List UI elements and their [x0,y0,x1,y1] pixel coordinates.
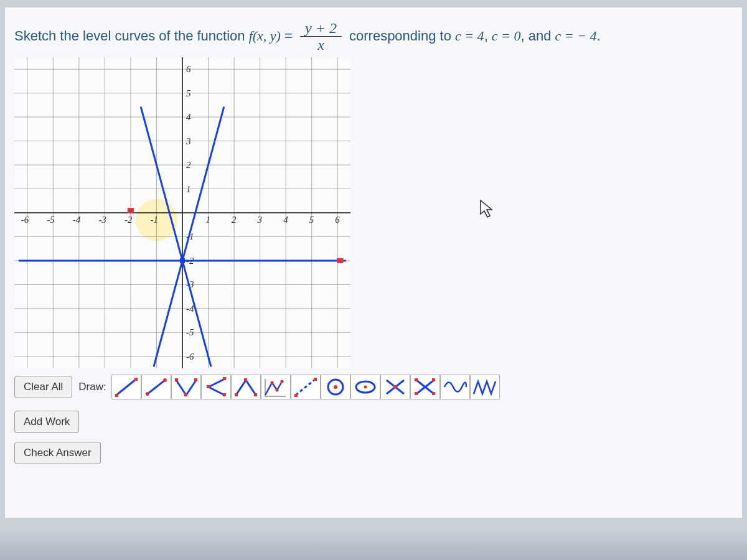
svg-rect-78 [314,378,317,381]
coordinate-grid[interactable]: -6-5-4-3-2-1123456-6-5-4-3-2-1123456 [14,57,350,368]
tool-x-mark[interactable] [380,375,410,399]
svg-point-80 [334,385,337,389]
draw-toolbar: Clear All Draw: [14,375,733,399]
svg-text:1: 1 [206,215,211,225]
clear-all-button[interactable]: Clear All [14,376,72,398]
svg-text:2: 2 [186,160,191,170]
svg-point-74 [275,388,278,391]
svg-rect-65 [223,377,226,380]
svg-text:6: 6 [335,215,340,225]
svg-rect-70 [254,393,257,396]
svg-rect-57 [115,394,118,397]
tool-line-segment[interactable] [141,375,171,399]
svg-rect-69 [244,378,247,381]
svg-rect-91 [432,392,435,395]
svg-text:-3: -3 [98,215,106,225]
tool-x-box[interactable] [410,375,440,399]
svg-rect-63 [184,393,187,396]
tool-open-down[interactable] [231,375,261,399]
svg-rect-53 [180,258,185,263]
svg-text:5: 5 [186,88,191,98]
svg-line-59 [148,380,165,394]
svg-rect-88 [415,378,418,381]
tool-circle-dot[interactable] [321,375,350,399]
question-text: Sketch the level curves of the function … [14,20,733,54]
svg-text:1: 1 [186,184,191,194]
svg-point-61 [163,378,167,382]
draw-label: Draw: [78,381,106,393]
svg-rect-67 [223,393,226,396]
svg-text:-4: -4 [186,304,194,314]
svg-rect-85 [393,385,397,388]
tool-ellipse[interactable] [350,375,380,399]
tool-open-right[interactable] [201,375,231,399]
svg-line-56 [116,379,136,395]
svg-text:4: 4 [186,112,191,122]
svg-text:5: 5 [309,215,314,225]
svg-text:-1: -1 [150,215,158,225]
svg-text:4: 4 [283,215,288,225]
svg-text:-6: -6 [186,352,194,362]
svg-rect-90 [415,392,418,395]
tool-zigzag[interactable] [470,375,500,399]
check-answer-button[interactable]: Check Answer [14,442,101,464]
svg-point-75 [280,380,283,383]
svg-rect-68 [235,393,238,396]
svg-rect-66 [207,385,210,388]
svg-text:-5: -5 [186,327,194,337]
svg-rect-62 [175,378,178,381]
tool-open-up[interactable] [171,375,201,399]
svg-point-60 [146,392,149,396]
svg-rect-64 [194,378,197,381]
svg-rect-55 [128,208,134,213]
svg-text:2: 2 [232,215,237,225]
svg-text:6: 6 [186,64,191,74]
svg-point-73 [270,381,273,384]
window-edge [0,529,747,560]
svg-text:-5: -5 [47,215,55,225]
svg-text:-6: -6 [21,215,29,225]
tool-dashed-line[interactable] [291,375,321,399]
tool-line-ne[interactable] [111,375,141,399]
tool-sine[interactable] [440,375,470,399]
add-work-button[interactable]: Add Work [14,411,79,433]
svg-rect-58 [134,378,138,381]
svg-rect-89 [432,378,435,381]
tool-piecewise[interactable] [261,375,291,399]
svg-text:-4: -4 [73,215,81,225]
svg-rect-54 [337,258,343,263]
svg-rect-77 [294,394,298,397]
svg-line-76 [296,379,316,395]
svg-text:3: 3 [186,136,191,146]
svg-text:-2: -2 [125,215,133,225]
svg-point-82 [364,385,367,388]
svg-text:3: 3 [257,215,263,225]
